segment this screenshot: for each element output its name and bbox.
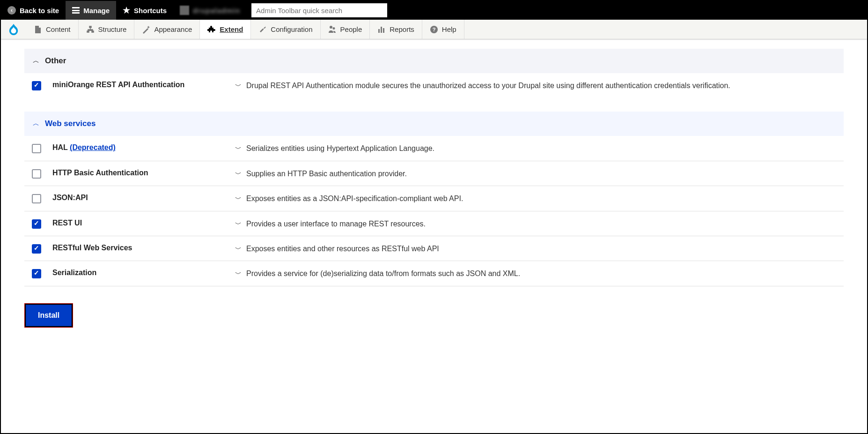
manage-button[interactable]: Manage <box>66 1 116 20</box>
chevron-up-icon: ︿ <box>33 57 39 65</box>
module-row: miniOrange REST API Authentication ﹀ Dru… <box>24 73 844 97</box>
chevron-down-icon[interactable]: ﹀ <box>235 194 242 203</box>
puzzle-icon <box>207 25 216 34</box>
module-row: JSON:API ﹀ Exposes entities as a JSON:AP… <box>24 186 844 211</box>
chevron-down-icon[interactable]: ﹀ <box>235 169 242 179</box>
star-icon: ★ <box>123 5 130 15</box>
username-label: drupaladmin <box>193 7 240 15</box>
drupal-icon <box>8 23 19 36</box>
section-title: Other <box>45 56 66 66</box>
tab-extend[interactable]: Extend <box>200 20 251 39</box>
document-icon <box>34 25 42 34</box>
install-button[interactable]: Install <box>24 303 73 328</box>
chevron-down-icon[interactable]: ﹀ <box>235 244 242 254</box>
module-name: HAL (Deprecated) <box>52 142 235 152</box>
chevron-up-icon: ︿ <box>33 120 39 128</box>
module-checkbox-rest-ui[interactable] <box>32 219 41 229</box>
module-description: Drupal REST API Authentication module se… <box>246 81 730 91</box>
chevron-down-icon[interactable]: ﹀ <box>235 143 242 153</box>
people-icon <box>328 25 337 34</box>
tab-content[interactable]: Content <box>26 20 79 39</box>
module-description: Serializes entities using Hypertext Appl… <box>246 143 434 154</box>
shortcuts-button[interactable]: ★ Shortcuts <box>116 1 173 20</box>
module-checkbox-hal[interactable] <box>32 144 41 153</box>
module-name: REST UI <box>52 218 235 227</box>
module-name: JSON:API <box>52 193 235 202</box>
module-row: RESTful Web Services ﹀ Exposes entities … <box>24 236 844 261</box>
manage-label: Manage <box>83 7 110 15</box>
module-description: Exposes entities and other resources as … <box>246 244 439 254</box>
tab-help[interactable]: ? Help <box>422 20 464 39</box>
deprecated-link[interactable]: (Deprecated) <box>70 143 116 151</box>
module-checkbox-jsonapi[interactable] <box>32 194 41 203</box>
admin-menu: Content Structure Appearance Extend Conf… <box>1 20 867 39</box>
wand-icon <box>142 25 150 34</box>
chart-icon <box>377 25 386 34</box>
shortcuts-label: Shortcuts <box>134 7 167 15</box>
drupal-logo-tab[interactable] <box>1 20 26 39</box>
help-icon: ? <box>430 25 438 34</box>
section-header-other[interactable]: ︿ Other <box>24 49 844 73</box>
admin-toolbar: ‹ Back to site Manage ★ Shortcuts drupal… <box>1 1 867 20</box>
tab-structure[interactable]: Structure <box>79 20 135 39</box>
module-row: Serialization ﹀ Provides a service for (… <box>24 261 844 286</box>
module-name: HTTP Basic Authentication <box>52 168 235 177</box>
module-checkbox-http-basic[interactable] <box>32 169 41 179</box>
chevron-down-icon[interactable]: ﹀ <box>235 269 242 278</box>
module-row: REST UI ﹀ Provides a user interface to m… <box>24 211 844 236</box>
module-checkbox-restful[interactable] <box>32 244 41 254</box>
avatar-icon <box>180 6 189 15</box>
wrench-icon <box>258 25 267 34</box>
svg-text:?: ? <box>432 27 435 32</box>
module-description: Exposes entities as a JSON:API-specifica… <box>246 194 463 204</box>
module-name: Serialization <box>52 268 235 277</box>
chevron-down-icon[interactable]: ﹀ <box>235 81 242 90</box>
chevron-down-icon[interactable]: ﹀ <box>235 219 242 229</box>
module-description: Provides a service for (de)serializing d… <box>246 269 520 279</box>
module-row: HAL (Deprecated) ﹀ Serializes entities u… <box>24 136 844 161</box>
admin-search-input[interactable] <box>251 3 387 17</box>
back-label: Back to site <box>20 7 59 15</box>
back-to-site-button[interactable]: ‹ Back to site <box>1 1 66 20</box>
tab-people[interactable]: People <box>321 20 370 39</box>
hamburger-icon <box>72 7 80 14</box>
section-header-web-services[interactable]: ︿ Web services <box>24 112 844 136</box>
module-name: RESTful Web Services <box>52 243 235 252</box>
structure-icon <box>86 25 95 34</box>
module-name: miniOrange REST API Authentication <box>52 80 235 89</box>
tab-configuration[interactable]: Configuration <box>251 20 320 39</box>
tab-reports[interactable]: Reports <box>370 20 422 39</box>
module-description: Provides a user interface to manage REST… <box>246 219 426 229</box>
module-description: Supplies an HTTP Basic authentication pr… <box>246 169 407 179</box>
tab-appearance[interactable]: Appearance <box>134 20 200 39</box>
module-checkbox-miniorange[interactable] <box>32 81 41 90</box>
back-icon: ‹ <box>7 6 16 15</box>
module-checkbox-serialization[interactable] <box>32 269 41 278</box>
section-title: Web services <box>45 119 96 128</box>
module-row: HTTP Basic Authentication ﹀ Supplies an … <box>24 161 844 186</box>
user-menu[interactable]: drupaladmin <box>173 1 247 20</box>
page-content: ︿ Other miniOrange REST API Authenticati… <box>1 39 867 337</box>
